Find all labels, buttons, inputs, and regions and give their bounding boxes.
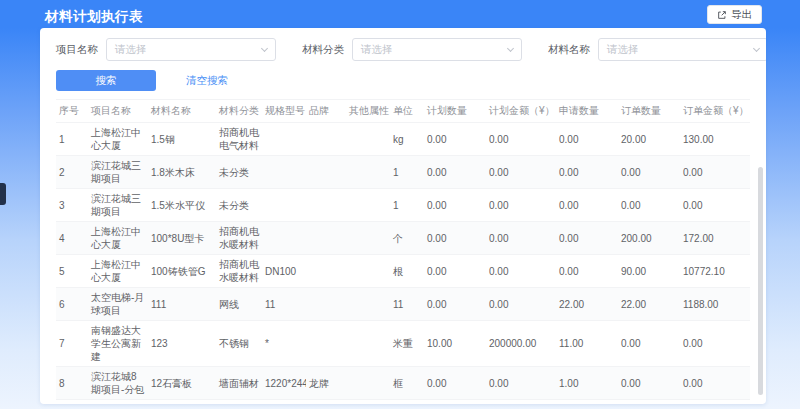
table-cell: 0.00 xyxy=(556,156,618,189)
table-cell: 0.00 xyxy=(680,189,750,222)
table-cell: 10772.10 xyxy=(680,255,750,288)
table-cell: 龙牌 xyxy=(306,367,346,400)
table-cell: 200.00 xyxy=(618,222,680,255)
table-row[interactable]: 5上海松江中心大厦100铸铁管G招商机电 水暖材料DN100根0.000.000… xyxy=(56,255,750,288)
table-cell: 1188.00 xyxy=(680,288,750,321)
table-cell xyxy=(346,156,390,189)
table-cell xyxy=(306,400,346,405)
table-cell: 0.00 xyxy=(424,222,486,255)
table-cell: 上海松江中心大厦 xyxy=(88,222,148,255)
search-button[interactable]: 搜索 xyxy=(56,70,156,91)
table-cell: 滨江花城三期项目 xyxy=(88,156,148,189)
table-cell: 上海松江中心大厦 xyxy=(88,123,148,156)
table-body: 1上海松江中心大厦1.5钢招商机电 电气材料kg0.000.000.0020.0… xyxy=(56,123,750,405)
table-cell: 0.00 xyxy=(486,367,556,400)
table-cell xyxy=(346,288,390,321)
table-cell: 0.00 xyxy=(424,156,486,189)
table-cell: 100铸铁管G xyxy=(148,255,216,288)
table-cell: 招商机电 水暖材料 xyxy=(216,255,262,288)
column-header: 申请数量 xyxy=(556,100,618,123)
table-cell xyxy=(346,255,390,288)
table-cell: 0.00 xyxy=(486,189,556,222)
table-cell: 7 xyxy=(56,321,88,367)
table-cell xyxy=(346,367,390,400)
filter-label: 材料名称 xyxy=(548,43,590,57)
table-cell xyxy=(346,321,390,367)
table-cell: 22.00 xyxy=(556,288,618,321)
table-cell: 172.00 xyxy=(680,222,750,255)
table-cell: 11.00 xyxy=(556,321,618,367)
table-cell: 不锈钢 xyxy=(216,321,262,367)
table-header-row: 序号项目名称材料名称材料分类规格型号品牌其他属性单位计划数量计划金额（¥）申请数… xyxy=(56,100,750,123)
table-cell: 123 xyxy=(148,321,216,367)
table-cell: 0.00 xyxy=(424,400,486,405)
table-cell xyxy=(306,156,346,189)
material-category-select[interactable]: 请选择 xyxy=(352,38,522,61)
table-cell: 150*10U型卡 xyxy=(148,400,216,405)
table-cell: 22.00 xyxy=(618,288,680,321)
filter-bar: 项目名称 请选择 材料分类 请选择 材料名称 请选择 xyxy=(40,28,766,61)
table-row[interactable]: 8滨江花城8期项目-分包12石膏板墙面辅材1220*2440*12龙牌框0.00… xyxy=(56,367,750,400)
table-cell: 90.00 xyxy=(618,255,680,288)
table-cell: 0.00 xyxy=(486,156,556,189)
clear-search-link[interactable]: 清空搜索 xyxy=(186,74,228,88)
table-cell xyxy=(346,222,390,255)
table-cell xyxy=(262,156,306,189)
table-cell: 6 xyxy=(56,288,88,321)
table-row[interactable]: 1上海松江中心大厦1.5钢招商机电 电气材料kg0.000.000.0020.0… xyxy=(56,123,750,156)
materials-table: 序号项目名称材料名称材料分类规格型号品牌其他属性单位计划数量计划金额（¥）申请数… xyxy=(56,99,750,404)
select-placeholder: 请选择 xyxy=(607,43,639,57)
column-header: 规格型号 xyxy=(262,100,306,123)
export-button[interactable]: 导出 xyxy=(707,5,762,24)
column-header: 序号 xyxy=(56,100,88,123)
table-cell: * xyxy=(262,321,306,367)
table-cell xyxy=(346,123,390,156)
table-cell: 80.00 xyxy=(618,400,680,405)
filter-material-category: 材料分类 请选择 xyxy=(302,38,522,61)
table-cell: 5 xyxy=(56,255,88,288)
table-container: 序号项目名称材料名称材料分类规格型号品牌其他属性单位计划数量计划金额（¥）申请数… xyxy=(40,91,766,404)
table-cell: 0.00 xyxy=(486,123,556,156)
table-row[interactable]: 7南钢盛达大学生公寓新建123不锈钢*米重10.00200000.0011.00… xyxy=(56,321,750,367)
filter-label: 材料分类 xyxy=(302,43,344,57)
table-cell: 0.00 xyxy=(556,222,618,255)
table-cell: 招商机电 电气材料 xyxy=(216,123,262,156)
table-cell: 0.00 xyxy=(486,400,556,405)
table-row[interactable]: 3滨江花城三期项目1.5米水平仪未分类10.000.000.000.000.00 xyxy=(56,189,750,222)
table-cell: 1 xyxy=(390,189,424,222)
table-cell: 1.8米木床 xyxy=(148,156,216,189)
table-cell: 个 xyxy=(390,222,424,255)
table-cell: 4 xyxy=(56,222,88,255)
table-row[interactable]: 6太空电梯-月球项目111网线11110.000.0022.0022.00118… xyxy=(56,288,750,321)
column-header: 品牌 xyxy=(306,100,346,123)
table-row[interactable]: 9上海松江中心大厦150*10U型卡招商机电 水暖材料个0.000.000.00… xyxy=(56,400,750,405)
table-cell: 0.00 xyxy=(618,321,680,367)
table-cell xyxy=(306,288,346,321)
table-cell xyxy=(306,222,346,255)
project-name-select[interactable]: 请选择 xyxy=(106,38,276,61)
table-row[interactable]: 2滨江花城三期项目1.8米木床未分类10.000.000.000.000.00 xyxy=(56,156,750,189)
filter-material-name: 材料名称 请选择 xyxy=(548,38,766,61)
table-cell: 0.00 xyxy=(556,400,618,405)
table-cell: 12石膏板 xyxy=(148,367,216,400)
table-cell: 8 xyxy=(56,367,88,400)
column-header: 计划数量 xyxy=(424,100,486,123)
vertical-scrollbar-thumb[interactable] xyxy=(758,167,763,395)
table-cell: 20.00 xyxy=(618,123,680,156)
vertical-scrollbar[interactable] xyxy=(758,167,763,404)
table-row[interactable]: 4上海松江中心大厦100*8U型卡招商机电 水暖材料个0.000.000.002… xyxy=(56,222,750,255)
table-cell: 100*8U型卡 xyxy=(148,222,216,255)
table-cell: 1220*2440*12 xyxy=(262,367,306,400)
table-cell: 墙面辅材 xyxy=(216,367,262,400)
table-cell xyxy=(306,189,346,222)
table-cell: 0.00 xyxy=(556,123,618,156)
table-cell xyxy=(346,400,390,405)
table-cell: 1.5米水平仪 xyxy=(148,189,216,222)
filter-label: 项目名称 xyxy=(56,43,98,57)
material-name-select[interactable]: 请选择 xyxy=(598,38,766,61)
export-label: 导出 xyxy=(731,8,752,22)
sidebar-expand-handle[interactable] xyxy=(0,183,6,205)
table-cell xyxy=(262,123,306,156)
table-cell xyxy=(262,189,306,222)
chevron-down-icon xyxy=(507,44,514,51)
